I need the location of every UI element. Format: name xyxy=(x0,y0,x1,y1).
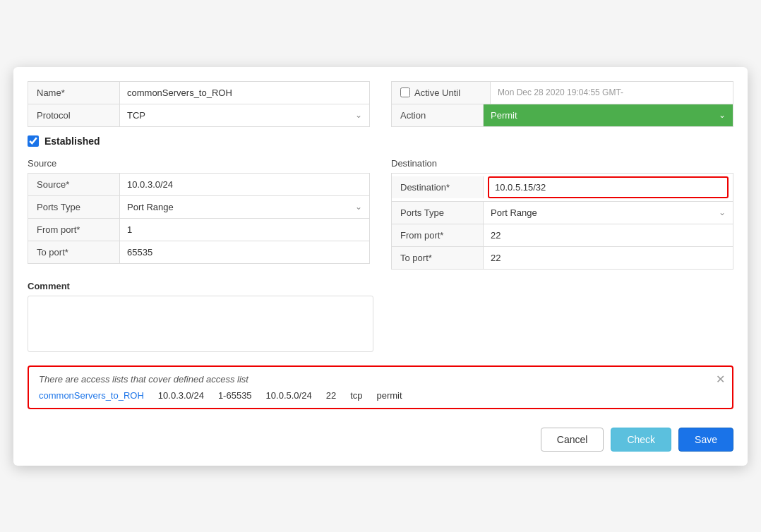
dest-to-port-row: To port* 22 xyxy=(392,247,733,269)
active-until-value: Mon Dec 28 2020 19:04:55 GMT- xyxy=(491,82,733,103)
active-until-label: Active Until xyxy=(392,82,491,104)
dest-ports-type-value[interactable]: Port Range ⌄ xyxy=(484,202,733,224)
protocol-dropdown-icon[interactable]: ⌄ xyxy=(355,110,362,120)
warning-dest: 10.0.5.0/24 xyxy=(266,390,312,401)
protocol-value[interactable]: TCP ⌄ xyxy=(120,104,369,126)
source-fields: Source* 10.0.3.0/24 Ports Type Port Rang… xyxy=(28,173,370,264)
source-ports-type-label: Ports Type xyxy=(28,196,120,218)
dest-to-port-label: To port* xyxy=(392,247,484,269)
name-value: commonServers_to_ROH xyxy=(120,82,369,104)
action-text: Permit xyxy=(491,110,517,121)
source-ports-type-value[interactable]: Port Range ⌄ xyxy=(120,196,369,218)
source-row: Source* 10.0.3.0/24 xyxy=(28,174,369,196)
active-until-text: Active Until xyxy=(414,87,460,98)
active-until-checkbox[interactable] xyxy=(400,87,410,97)
comment-section: Comment xyxy=(28,281,733,354)
dest-from-port-label: From port* xyxy=(392,224,484,246)
name-text: commonServers_to_ROH xyxy=(127,87,232,98)
source-from-port-value: 1 xyxy=(120,219,369,241)
source-to-port-row: To port* 65535 xyxy=(28,241,369,263)
active-until-row: Active Until Mon Dec 28 2020 19:04:55 GM… xyxy=(392,82,733,104)
dest-label: Destination* xyxy=(392,176,484,198)
left-top-fields: Name* commonServers_to_ROH Protocol TCP … xyxy=(28,81,370,127)
footer-buttons: Cancel Check Save xyxy=(28,421,733,452)
dialog: Name* commonServers_to_ROH Protocol TCP … xyxy=(13,67,748,466)
source-section: Source Source* 10.0.3.0/24 Ports Type Po… xyxy=(28,158,370,270)
save-button[interactable]: Save xyxy=(678,428,733,452)
comment-label: Comment xyxy=(28,281,733,291)
source-to-port-text: 65535 xyxy=(127,247,152,258)
destination-section-title: Destination xyxy=(391,158,733,169)
dest-from-port-row: From port* 22 xyxy=(392,224,733,247)
established-label: Established xyxy=(44,135,100,147)
warning-title-text: There are access lists that cover define… xyxy=(39,374,248,385)
top-section: Name* commonServers_to_ROH Protocol TCP … xyxy=(28,81,733,127)
established-checkbox[interactable] xyxy=(28,135,39,147)
cancel-button[interactable]: Cancel xyxy=(541,428,604,452)
source-label: Source* xyxy=(28,174,120,195)
source-ports-type-row: Ports Type Port Range ⌄ xyxy=(28,196,369,219)
right-top-fields: Active Until Mon Dec 28 2020 19:04:55 GM… xyxy=(391,81,733,127)
warning-source: 10.0.3.0/24 xyxy=(158,390,204,401)
destination-section: Destination Destination* Ports Type Port… xyxy=(391,158,733,270)
warning-banner: ✕ There are access lists that cover defi… xyxy=(28,365,733,409)
source-ports-dropdown-icon[interactable]: ⌄ xyxy=(355,202,362,212)
source-to-port-value: 65535 xyxy=(120,241,369,263)
dest-value[interactable] xyxy=(484,174,733,201)
protocol-text: TCP xyxy=(127,110,145,121)
source-text: 10.0.3.0/24 xyxy=(127,179,173,190)
source-value: 10.0.3.0/24 xyxy=(120,174,369,195)
name-row: Name* commonServers_to_ROH xyxy=(28,82,369,104)
source-section-title: Source xyxy=(28,158,370,169)
source-from-port-label: From port* xyxy=(28,219,120,241)
source-from-port-text: 1 xyxy=(127,224,132,235)
dest-to-port-value: 22 xyxy=(484,247,733,269)
dest-ports-type-row: Ports Type Port Range ⌄ xyxy=(392,202,733,224)
action-row: Action Permit ⌄ xyxy=(392,104,733,126)
destination-fields: Destination* Ports Type Port Range ⌄ Fro… xyxy=(391,173,733,270)
source-from-port-row: From port* 1 xyxy=(28,219,369,241)
source-ports-type-text: Port Range xyxy=(127,202,174,212)
action-dropdown-icon[interactable]: ⌄ xyxy=(719,110,726,120)
dest-from-port-value: 22 xyxy=(484,224,733,246)
dest-row: Destination* xyxy=(392,174,733,202)
warning-dest-port: 22 xyxy=(326,390,336,401)
warning-close-button[interactable]: ✕ xyxy=(716,373,725,386)
protocol-label: Protocol xyxy=(28,104,120,126)
dest-from-port-text: 22 xyxy=(491,230,501,241)
warning-ports: 1-65535 xyxy=(218,390,252,401)
warning-row: commonServers_to_ROH 10.0.3.0/24 1-65535… xyxy=(39,390,722,401)
warning-action: permit xyxy=(376,390,402,401)
warning-title: There are access lists that cover define… xyxy=(39,374,722,385)
action-value[interactable]: Permit ⌄ xyxy=(484,104,733,126)
check-button[interactable]: Check xyxy=(611,428,671,452)
comment-textarea[interactable] xyxy=(28,296,373,352)
dest-to-port-text: 22 xyxy=(491,253,501,263)
dest-input[interactable] xyxy=(488,176,729,198)
name-label: Name* xyxy=(28,82,120,104)
source-to-port-label: To port* xyxy=(28,241,120,263)
established-row: Established xyxy=(28,135,733,147)
action-label: Action xyxy=(392,104,484,126)
active-until-date: Mon Dec 28 2020 19:04:55 GMT- xyxy=(498,87,623,97)
warning-link[interactable]: commonServers_to_ROH xyxy=(39,390,144,401)
dest-ports-type-label: Ports Type xyxy=(392,202,484,224)
dest-ports-type-text: Port Range xyxy=(491,207,537,218)
warning-protocol: tcp xyxy=(350,390,362,401)
protocol-row: Protocol TCP ⌄ xyxy=(28,104,369,126)
dest-ports-dropdown-icon[interactable]: ⌄ xyxy=(719,207,726,217)
source-dest-section: Source Source* 10.0.3.0/24 Ports Type Po… xyxy=(28,158,733,270)
